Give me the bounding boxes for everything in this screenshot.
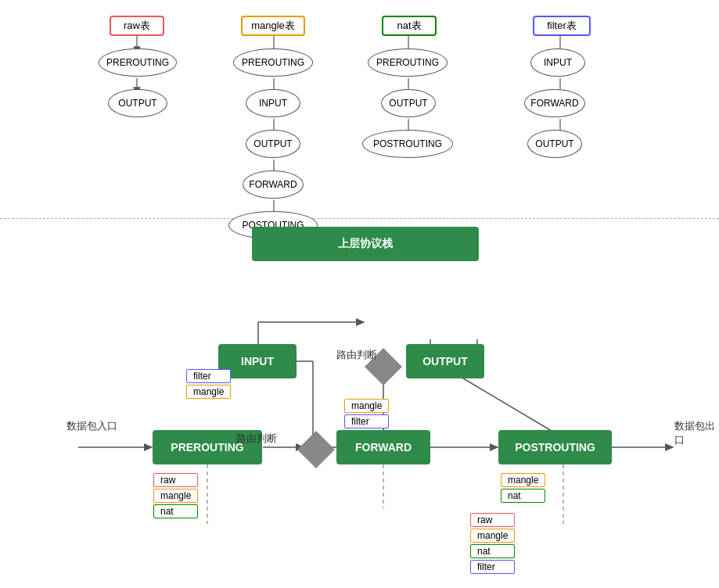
nat-output: OUTPUT (381, 89, 436, 117)
forward-tables-group: mangle filter (344, 399, 389, 428)
prerouting-raw: raw (153, 473, 198, 487)
mangle-forward: FORWARD (243, 170, 304, 199)
nat-table-label: nat表 (382, 16, 437, 36)
top-section: raw表 PREROUTING OUTPUT mangle表 PREROUTIN… (0, 0, 719, 219)
postrouting-mangle: mangle (501, 473, 545, 487)
route-judge-label-2: 路由判断 (336, 348, 377, 362)
input-filter: filter (186, 369, 231, 383)
top-svg (0, 0, 719, 218)
filter-output: OUTPUT (527, 130, 582, 158)
prerouting-nat: nat (153, 504, 198, 518)
raw-prerouting: PREROUTING (99, 48, 177, 77)
svg-line-30 (448, 369, 563, 438)
raw-output: OUTPUT (108, 89, 167, 117)
postrouting-tables-group: mangle nat (501, 473, 545, 503)
raw-table-label: raw表 (110, 16, 164, 36)
output-filter: filter (470, 560, 515, 574)
output-raw: raw (470, 513, 515, 527)
input-tables-group: filter mangle (186, 369, 231, 399)
packet-out-label: 数据包出口 (674, 419, 719, 447)
mangle-input: INPUT (246, 89, 300, 117)
forward-box: FORWARD (336, 430, 430, 464)
filter-input: INPUT (530, 48, 585, 77)
nat-prerouting: PREROUTING (368, 48, 448, 77)
input-mangle: mangle (186, 385, 231, 399)
postrouting-nat: nat (501, 489, 545, 503)
forward-mangle: mangle (344, 399, 389, 413)
diagram-container: raw表 PREROUTING OUTPUT mangle表 PREROUTIN… (0, 0, 719, 588)
filter-table-label: filter表 (533, 16, 591, 36)
forward-filter: filter (344, 414, 389, 428)
output-mangle: mangle (470, 529, 515, 543)
route-judge-label-1: 路由判断 (236, 432, 277, 446)
output-tables-group: raw mangle nat filter (470, 513, 515, 574)
mangle-prerouting: PREROUTING (233, 48, 313, 77)
mangle-output: OUTPUT (246, 130, 300, 158)
filter-forward: FORWARD (524, 89, 585, 117)
packet-in-label: 数据包入口 (67, 419, 117, 433)
mangle-table-label: mangle表 (241, 16, 305, 36)
nat-postrouting: POSTROUTING (362, 130, 453, 158)
prerouting-tables-group: raw mangle nat (153, 473, 198, 518)
output-box: OUTPUT (406, 344, 484, 378)
output-nat: nat (470, 544, 515, 558)
upper-protocol-box: 上层协议栈 (252, 227, 479, 261)
postrouting-box: POSTROUTING (498, 430, 612, 464)
prerouting-mangle: mangle (153, 489, 198, 503)
bottom-section: 上层协议栈 PREROUTING INPUT FORWARD OUTPUT PO… (0, 219, 719, 588)
